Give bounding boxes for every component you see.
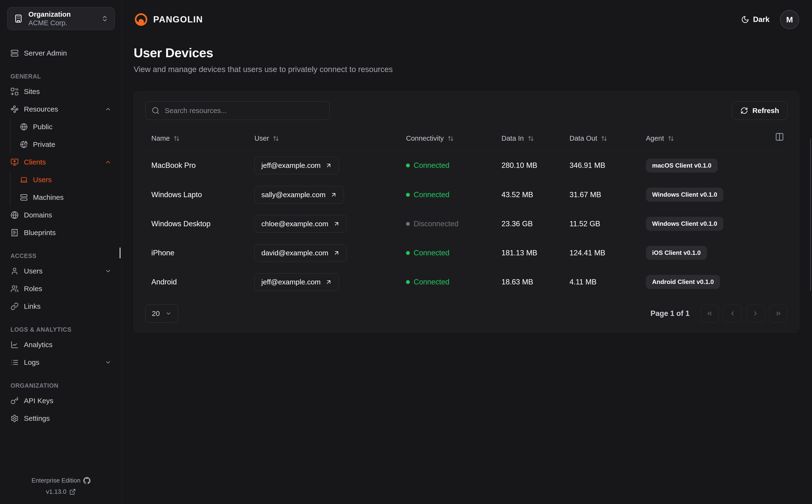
refresh-button[interactable]: Refresh <box>732 101 787 120</box>
user-email: jeff@example.com <box>261 278 321 286</box>
sidebar-item-api-keys[interactable]: API Keys <box>7 392 115 410</box>
enterprise-edition-link[interactable]: Enterprise Edition <box>31 477 90 484</box>
search-input[interactable] <box>145 101 330 120</box>
column-header-agent[interactable]: Agent <box>646 134 787 142</box>
sidebar-item-settings[interactable]: Settings <box>7 410 115 427</box>
brand[interactable]: PANGOLIN <box>134 12 203 27</box>
org-value: ACME Corp. <box>28 19 96 27</box>
connectivity-status: Connected <box>406 249 501 257</box>
sidebar-item-links[interactable]: Links <box>7 298 115 315</box>
user-link-button[interactable]: sally@example.com <box>255 186 344 204</box>
globe-icon <box>20 123 28 131</box>
next-page-button[interactable] <box>746 304 765 323</box>
columns-toggle-button[interactable] <box>775 132 784 141</box>
connectivity-label: Connected <box>414 249 449 257</box>
sidebar-item-users-access[interactable]: Users <box>7 262 115 280</box>
receipt-text-icon <box>10 229 19 237</box>
sidebar-item-logs[interactable]: Logs <box>7 354 115 371</box>
arrow-up-right-icon <box>330 191 337 198</box>
theme-toggle-button[interactable]: Dark <box>741 15 770 24</box>
arrow-up-down-icon <box>173 135 180 142</box>
user-icon <box>10 267 19 275</box>
last-page-button[interactable] <box>769 304 787 323</box>
data-out-value: 11.52 GB <box>569 220 646 228</box>
user-link-button[interactable]: chloe@example.com <box>255 215 347 233</box>
sidebar-item-label: Settings <box>24 414 50 422</box>
status-dot-icon <box>406 222 410 226</box>
column-header-data-out[interactable]: Data Out <box>569 134 646 142</box>
chevron-up-icon <box>105 159 111 165</box>
table-header: Name User Connectivity Data In Data Out … <box>145 126 787 151</box>
agent-badge: Windows Client v0.1.0 <box>646 217 724 231</box>
device-name: MacBook Pro <box>151 161 255 170</box>
sidebar-item-public[interactable]: Public <box>17 118 115 136</box>
user-link-button[interactable]: jeff@example.com <box>255 157 339 174</box>
globe-icon <box>10 211 19 219</box>
sidebar-item-label: API Keys <box>24 397 53 405</box>
arrow-up-down-icon <box>668 135 674 142</box>
data-in-value: 280.10 MB <box>501 161 569 170</box>
table-row: Windows Lapto sally@example.com Connecte… <box>145 180 787 209</box>
sidebar-item-roles[interactable]: Roles <box>7 280 115 298</box>
device-name: Android <box>151 278 255 286</box>
user-email: david@example.com <box>261 249 328 257</box>
sidebar-item-blueprints[interactable]: Blueprints <box>7 224 115 242</box>
sidebar-item-label: Domains <box>24 211 52 219</box>
sidebar-item-label: Server Admin <box>24 49 67 57</box>
version-link[interactable]: v1.13.0 <box>46 488 76 495</box>
pagination: 20 Page 1 of 1 <box>145 304 787 323</box>
status-dot-icon <box>406 164 410 167</box>
prev-page-button[interactable] <box>724 304 742 323</box>
column-header-connectivity[interactable]: Connectivity <box>406 134 501 142</box>
combine-icon <box>10 87 19 96</box>
section-label-general: GENERAL <box>7 73 115 80</box>
sidebar-nav: Server Admin GENERAL Sites Resources Pub… <box>7 40 115 477</box>
sidebar-item-clients[interactable]: Clients <box>7 153 115 171</box>
connectivity-status: Connected <box>406 278 501 286</box>
building-icon <box>14 14 23 23</box>
table-row: Android jeff@example.com Connected 18.63… <box>145 267 787 296</box>
avatar[interactable]: M <box>780 10 799 29</box>
globe-lock-icon <box>20 141 28 148</box>
column-header-data-in[interactable]: Data In <box>501 134 569 142</box>
user-link-button[interactable]: jeff@example.com <box>255 273 339 291</box>
sidebar-item-resources[interactable]: Resources <box>7 100 115 118</box>
device-name: iPhone <box>151 249 255 257</box>
sidebar-item-analytics[interactable]: Analytics <box>7 336 115 354</box>
agent-badge: Windows Client v0.1.0 <box>646 188 724 202</box>
first-page-button[interactable] <box>701 304 719 323</box>
sidebar-scrollbar-thumb[interactable] <box>119 247 120 258</box>
sidebar-item-machines[interactable]: Machines <box>17 189 115 206</box>
sidebar-item-label: Blueprints <box>24 229 56 237</box>
edition-label: Enterprise Edition <box>31 477 80 484</box>
user-email: chloe@example.com <box>261 220 328 228</box>
top-actions: Dark M <box>741 10 799 29</box>
sidebar-item-domains[interactable]: Domains <box>7 206 115 224</box>
card-toolbar: Refresh <box>145 101 787 120</box>
column-header-user[interactable]: User <box>255 134 406 142</box>
sidebar-item-server-admin[interactable]: Server Admin <box>7 44 115 62</box>
sidebar-item-private[interactable]: Private <box>17 136 115 153</box>
sidebar-item-users-clients[interactable]: Users <box>17 171 115 189</box>
arrow-up-down-icon <box>601 135 607 142</box>
page-title: User Devices <box>134 45 799 60</box>
page-size-select[interactable]: 20 <box>145 304 178 323</box>
arrow-up-down-icon <box>447 135 454 142</box>
org-switcher[interactable]: Organization ACME Corp. <box>7 7 115 30</box>
sidebar-item-label: Users <box>33 176 52 184</box>
sidebar-item-label: Public <box>33 123 52 131</box>
sidebar: Organization ACME Corp. Server Admin GEN… <box>0 0 122 504</box>
status-dot-icon <box>406 193 410 197</box>
chevrons-up-down-icon <box>101 15 108 22</box>
moon-icon <box>741 15 749 24</box>
section-label-organization: ORGANIZATION <box>7 382 115 389</box>
column-header-name[interactable]: Name <box>151 134 255 142</box>
table-body: MacBook Pro jeff@example.com Connected 2… <box>145 151 787 296</box>
column-label: Data In <box>501 134 524 142</box>
sidebar-item-label: Analytics <box>24 341 52 349</box>
sidebar-item-sites[interactable]: Sites <box>7 83 115 100</box>
page-scrollbar-thumb[interactable] <box>810 138 811 291</box>
refresh-icon <box>740 107 748 114</box>
github-icon <box>83 477 90 484</box>
user-link-button[interactable]: david@example.com <box>255 244 347 262</box>
